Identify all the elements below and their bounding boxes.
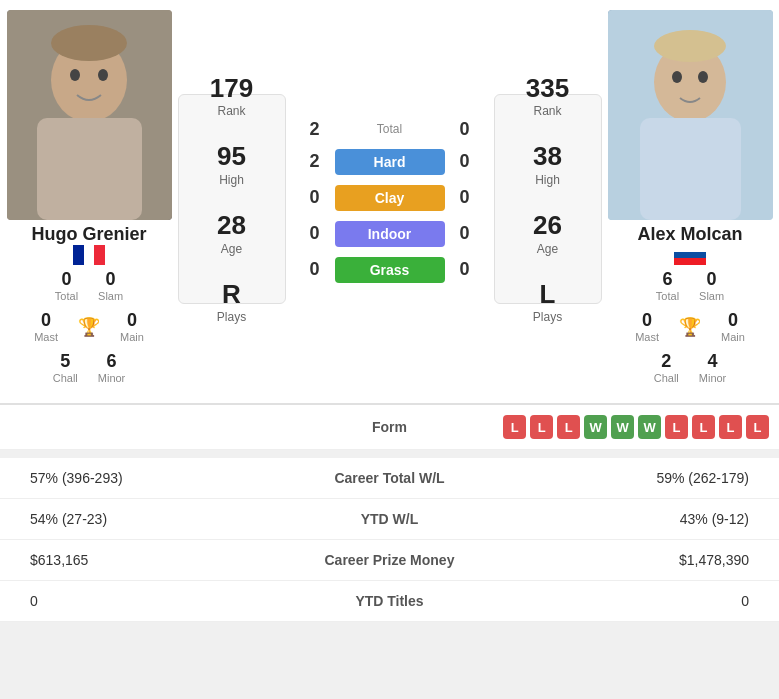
stats-center-1: YTD W/L — [273, 499, 507, 540]
left-player-photo — [7, 10, 172, 220]
left-plays-number: R — [222, 280, 241, 309]
right-stats-row1: 6 Total 0 Slam — [656, 265, 724, 306]
left-stats-row1: 0 Total 0 Slam — [55, 265, 123, 306]
total-right-score: 0 — [450, 119, 480, 140]
stats-section: 57% (396-293)Career Total W/L59% (262-17… — [0, 458, 779, 622]
clay-left: 0 — [300, 187, 330, 208]
hard-right: 0 — [450, 151, 480, 172]
stats-row-3: 0YTD Titles0 — [0, 581, 779, 622]
left-minor-stat: 6 Minor — [98, 351, 126, 384]
left-rank-number: 179 — [210, 74, 253, 103]
stats-left-1: 54% (27-23) — [0, 499, 273, 540]
svg-point-4 — [98, 69, 108, 81]
clay-row: 0 Clay 0 — [290, 180, 490, 216]
grass-label: Grass — [370, 262, 410, 278]
indoor-label: Indoor — [368, 226, 412, 242]
clay-label: Clay — [375, 190, 405, 206]
form-badge-7: L — [692, 415, 715, 439]
stats-center-0: Career Total W/L — [273, 458, 507, 499]
svg-point-10 — [698, 71, 708, 83]
right-flag — [674, 245, 706, 265]
players-section: Hugo Grenier 0 Total 0 Slam — [0, 0, 779, 405]
left-chall-stat: 5 Chall — [53, 351, 78, 384]
stats-right-1: 43% (9-12) — [506, 499, 779, 540]
grass-right: 0 — [450, 259, 480, 280]
right-age-number: 26 — [533, 211, 562, 240]
left-plays-label: Plays — [217, 310, 246, 324]
left-player-name: Hugo Grenier — [31, 224, 146, 245]
stats-left-3: 0 — [0, 581, 273, 622]
left-total-stat: 0 Total — [55, 269, 78, 302]
hard-button[interactable]: Hard — [335, 149, 445, 175]
left-age-number: 28 — [217, 211, 246, 240]
right-trophy-icon: 🏆 — [679, 316, 701, 338]
left-player-area: Hugo Grenier 0 Total 0 Slam — [7, 10, 172, 388]
stats-table: 57% (396-293)Career Total W/L59% (262-17… — [0, 458, 779, 622]
stats-left-2: $613,165 — [0, 540, 273, 581]
right-slam-stat: 0 Slam — [699, 269, 724, 302]
form-badge-5: W — [638, 415, 661, 439]
right-stats-row2: 0 Mast 🏆 0 Main — [635, 306, 745, 347]
left-main-stat: 0 Main — [120, 310, 144, 343]
svg-point-9 — [672, 71, 682, 83]
stats-row-1: 54% (27-23)YTD W/L43% (9-12) — [0, 499, 779, 540]
right-plays-number: L — [540, 280, 556, 309]
total-left-score: 2 — [300, 119, 330, 140]
right-player-photo — [608, 10, 773, 220]
total-label: Total — [330, 122, 450, 136]
stats-center-2: Career Prize Money — [273, 540, 507, 581]
svg-point-5 — [51, 25, 127, 61]
stats-row-2: $613,165Career Prize Money$1,478,390 — [0, 540, 779, 581]
form-badge-8: L — [719, 415, 742, 439]
left-stats-row2: 0 Mast 🏆 0 Main — [34, 306, 144, 347]
left-high-label: High — [219, 173, 244, 187]
right-plays-label: Plays — [533, 310, 562, 324]
form-label: Form — [276, 419, 504, 435]
player-header: Hugo Grenier 0 Total 0 Slam — [0, 0, 779, 393]
form-badge-1: L — [530, 415, 553, 439]
right-total-stat: 6 Total — [656, 269, 679, 302]
right-player-name-flag: Alex Molcan — [608, 220, 773, 265]
svg-rect-2 — [37, 118, 142, 220]
svg-point-3 — [70, 69, 80, 81]
main-container: Hugo Grenier 0 Total 0 Slam — [0, 0, 779, 622]
clay-button[interactable]: Clay — [335, 185, 445, 211]
right-rank-label: Rank — [533, 104, 561, 118]
right-stats-row3: 2 Chall 4 Minor — [654, 347, 727, 388]
right-minor-stat: 4 Minor — [699, 351, 727, 384]
stats-right-2: $1,478,390 — [506, 540, 779, 581]
right-stat-box: 335 Rank 38 High 26 Age L Plays — [494, 94, 602, 304]
right-chall-stat: 2 Chall — [654, 351, 679, 384]
left-bottom-stats: 0 Total 0 Slam 0 Mast — [7, 265, 172, 388]
form-row: Form LLLWWWLLLL — [0, 405, 779, 450]
svg-point-11 — [654, 30, 726, 62]
hard-row: 2 Hard 0 — [290, 144, 490, 180]
left-stats-row3: 5 Chall 6 Minor — [53, 347, 126, 388]
right-player-area: Alex Molcan 6 Total 0 Slam — [608, 10, 773, 388]
stats-right-3: 0 — [506, 581, 779, 622]
indoor-button[interactable]: Indoor — [335, 221, 445, 247]
form-badge-6: L — [665, 415, 688, 439]
form-badge-0: L — [503, 415, 526, 439]
left-age-label: Age — [221, 242, 242, 256]
grass-button[interactable]: Grass — [335, 257, 445, 283]
indoor-right: 0 — [450, 223, 480, 244]
left-flag — [73, 245, 105, 265]
right-age-label: Age — [537, 242, 558, 256]
right-high-label: High — [535, 173, 560, 187]
hard-left: 2 — [300, 151, 330, 172]
indoor-row: 0 Indoor 0 — [290, 216, 490, 252]
right-main-stat: 0 Main — [721, 310, 745, 343]
left-rank-label: Rank — [217, 104, 245, 118]
left-mast-stat: 0 Mast — [34, 310, 58, 343]
right-player-name: Alex Molcan — [637, 224, 742, 245]
left-trophy-icon: 🏆 — [78, 316, 100, 338]
center-column: 2 Total 0 2 Hard 0 0 Clay — [290, 111, 490, 288]
total-row: 2 Total 0 — [290, 111, 490, 144]
form-badge-4: W — [611, 415, 634, 439]
stats-right-0: 59% (262-179) — [506, 458, 779, 499]
right-high-number: 38 — [533, 142, 562, 171]
stats-center-3: YTD Titles — [273, 581, 507, 622]
grass-left: 0 — [300, 259, 330, 280]
form-badge-3: W — [584, 415, 607, 439]
